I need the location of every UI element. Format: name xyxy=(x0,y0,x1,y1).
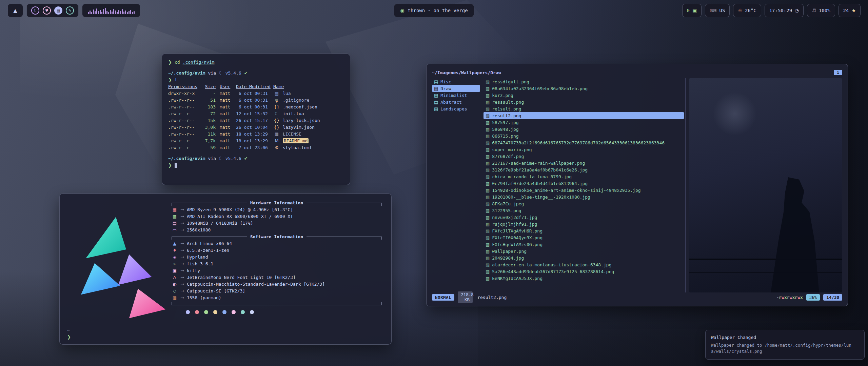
file-row[interactable]: ▨ 68747470733a2f2f696d616765732d7769786d… xyxy=(484,139,684,146)
file-row[interactable]: ▨ kurz.png xyxy=(484,92,684,99)
launcher-button[interactable]: ▲ xyxy=(7,4,23,17)
command-text: cd xyxy=(175,60,180,65)
listing-row: .rw-r--r-- 11k matt 18 oct 13:29 ▦ LICEN… xyxy=(168,130,344,137)
shell-prompt: ~ ❯ xyxy=(67,327,71,340)
workspace-button[interactable]: ♥ xyxy=(43,6,51,15)
palette-dot xyxy=(195,310,199,314)
status-bar: NORMAL 218.8 KB result2.png -rwxrwxrwx 3… xyxy=(432,292,842,302)
file-row[interactable]: ▨ 596848.jpg xyxy=(484,126,684,133)
file-name: super-mario.png xyxy=(492,147,532,152)
music-widget[interactable]: ◉ thrown - on the verge xyxy=(394,4,474,17)
file-size: 15k xyxy=(201,118,216,123)
file-row[interactable]: ▨ chica-mirando-la-luna-8799.jpg xyxy=(484,173,684,180)
file-row[interactable]: ▨ 87r687df.png xyxy=(484,153,684,160)
image-file-icon: ▨ xyxy=(486,113,490,118)
status-module[interactable]: ⌨ US xyxy=(705,4,730,17)
folder-icon: ▤ xyxy=(434,93,438,98)
visualizer-bars-icon xyxy=(88,6,135,15)
file-row[interactable]: ▨ result2.png xyxy=(484,112,684,119)
info-line: ▤ → 10948MiB / 64183MiB (17%) xyxy=(172,220,382,226)
status-module[interactable]: 17:50:29 ◔ xyxy=(765,4,804,17)
image-file-icon: ▨ xyxy=(486,93,490,98)
file-row[interactable]: ▨ FXfcJlTXgAMvH6R.png xyxy=(484,227,684,234)
fastfetch-window[interactable]: Hardware Information ▦ → AMD Ryzen 9 590… xyxy=(59,194,392,345)
info-line: ▲ → Arch Linux x86_64 xyxy=(172,240,382,247)
status-module[interactable]: 0 ▣ xyxy=(682,4,702,17)
terminal-window[interactable]: ❯ cd .config/nvim ~/.config/nvim via ☾ v… xyxy=(162,54,350,185)
folder-name: Misc xyxy=(440,79,451,84)
file-name: 20492984.jpg xyxy=(492,256,524,261)
workspace-button[interactable]: ▤ xyxy=(54,6,62,15)
workspace-button[interactable]: ☾ xyxy=(31,6,39,15)
notification-popup[interactable]: Wallpaper Changed Wallpaper changed to /… xyxy=(705,330,865,360)
file-row[interactable]: ▨ ressdfgult.png xyxy=(484,78,684,85)
notification-title: Wallpaper Changed xyxy=(711,335,859,340)
file-name: 587597.jpg xyxy=(492,120,518,125)
status-module[interactable]: ☼ 26°C xyxy=(733,4,761,17)
file-row[interactable]: ▨ 866715.png xyxy=(484,133,684,139)
file-row[interactable]: ▨ 217167-sad-anime-rain-wallpaper.png xyxy=(484,160,684,166)
mode-badge: NORMAL xyxy=(432,294,454,301)
file-row[interactable]: ▨ FXfcII0X0AQyn9X.png xyxy=(484,234,684,241)
file-name: result2.png xyxy=(492,113,521,118)
listing-row: .rw-r--r-- 72 matt 12 oct 15:32 ☾ init.l… xyxy=(168,110,344,117)
file-date: 6 oct 00:31 xyxy=(236,104,271,109)
status-module[interactable]: 24 ★ xyxy=(839,4,861,17)
file-manager-header: ~/Imagenes/Wallpapers/Draw 1 xyxy=(432,68,842,77)
file-row[interactable]: ▨ 3122955.png xyxy=(484,207,684,214)
file-row[interactable]: ▨ 20492984.jpg xyxy=(484,255,684,261)
status-module[interactable]: ♬ 100% xyxy=(807,4,835,17)
sidebar-folder[interactable]: ▤ Misc xyxy=(432,78,480,85)
file-row[interactable]: ▨ re1sult.png xyxy=(484,105,684,112)
file-row[interactable]: ▨ 5a266e448add93deab367d87173e9f25-68378… xyxy=(484,268,684,275)
image-file-icon: ▨ xyxy=(486,242,490,247)
file-manager-body: ▤ Misc ▤ Draw ▤ Minimalist ▤ Abstract xyxy=(432,77,842,292)
info-value: 868x366 xyxy=(187,227,211,232)
sidebar-folder[interactable]: ▤ Minimalist xyxy=(432,92,480,99)
file-row[interactable]: ▨ super-mario.png xyxy=(484,146,684,153)
file-manager-window[interactable]: ~/Imagenes/Wallpapers/Draw 1 ▤ Misc ▤ Dr… xyxy=(426,64,848,306)
file-row[interactable]: ▨ resssult.png xyxy=(484,99,684,105)
file-row[interactable]: ▨ wallpaper.png xyxy=(484,248,684,255)
module-label: 17:50:29 xyxy=(769,8,792,13)
info-icon: » xyxy=(172,261,178,266)
music-label: thrown - on the verge xyxy=(408,8,468,13)
file-row[interactable]: ▨ atardecer-en-la-montanas-ilustracion-6… xyxy=(484,261,684,268)
sidebar-folder[interactable]: ▤ Draw xyxy=(432,85,480,92)
file-row[interactable]: ▨ 154928-odinokoe_anime-art-anime-okno-s… xyxy=(484,187,684,194)
image-file-icon: ▨ xyxy=(486,276,490,281)
file-row[interactable]: ▨ rsjqojlmjhf91.jpg xyxy=(484,221,684,227)
file-row[interactable]: ▨ nnvuv0xj2df71.jpg xyxy=(484,214,684,221)
file-row[interactable]: ▨ 3126f7e9bbf21a8a4af0b67b041c6e26.jpg xyxy=(484,166,684,173)
file-row[interactable]: ▨ FXfcHgcWIAMzs0G.png xyxy=(484,241,684,248)
file-row[interactable]: ▨ 19201080-__blue-tinge__-1920x1080.jpg xyxy=(484,194,684,200)
file-row[interactable]: ▨ EeNKYgIUcAAJ5JX.png xyxy=(484,275,684,282)
permission-char: r xyxy=(787,295,790,300)
sidebar-folder[interactable]: ▤ Abstract xyxy=(432,99,480,105)
permission-char: x xyxy=(800,295,803,300)
file-size-badge: 218.8 KB xyxy=(458,291,473,303)
info-icon: ▩ xyxy=(172,214,178,219)
file-row[interactable]: ▨ 0c794faf07de24a4db4d4fb1eb813964.jpg xyxy=(484,180,684,187)
file-row[interactable]: ▨ 8FKa7Cu.jpeg xyxy=(484,200,684,207)
image-file-icon: ▨ xyxy=(486,235,490,240)
image-file-icon: ▨ xyxy=(486,188,490,193)
image-file-icon: ▨ xyxy=(486,201,490,206)
info-value: Catppuccin-SE [GTK2/3] xyxy=(187,288,245,293)
list-position-badge: 14/38 xyxy=(823,294,842,301)
file-row[interactable]: ▨ 08a634fa02a32364f69ebc86a98eb1eb.png xyxy=(484,85,684,92)
sidebar-folder[interactable]: ▤ Landscapes xyxy=(432,105,480,112)
file-name: chica-mirando-la-luna-8799.jpg xyxy=(492,174,572,179)
listing-row: .rw-r--r-- 183 matt 6 oct 00:31 {} .neoc… xyxy=(168,103,344,110)
file-row[interactable]: ▨ 587597.jpg xyxy=(484,119,684,126)
file-size: 183 xyxy=(201,104,216,109)
info-line: ▥ → 1558 (pacman) xyxy=(172,294,382,301)
info-icon: ▣ xyxy=(172,268,178,273)
hardware-section-title: Hardware Information xyxy=(172,199,382,206)
listing-header: User xyxy=(220,84,233,89)
file-listing: drwxr-xr-x - matt 6 oct 00:31 ▤ lua .rw-… xyxy=(168,90,344,151)
arrow-icon: → xyxy=(180,282,184,287)
image-file-icon: ▨ xyxy=(486,228,490,233)
workspace-button[interactable]: ✎ xyxy=(66,6,74,15)
image-file-icon: ▨ xyxy=(486,262,490,267)
